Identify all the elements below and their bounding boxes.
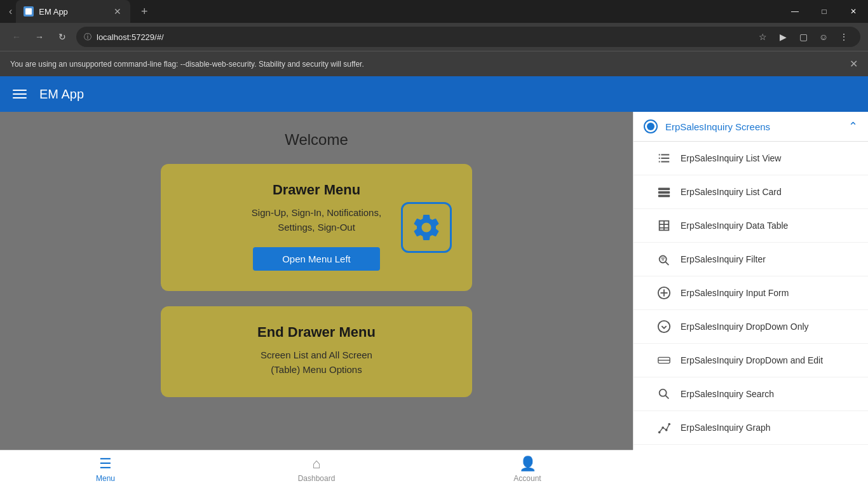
card1-title: Drawer Menu: [181, 182, 452, 198]
search-icon: [656, 386, 672, 402]
panel-radio: [644, 119, 658, 133]
svg-line-21: [663, 428, 667, 430]
graph-icon: [656, 420, 672, 435]
address-actions: ☆ ▶ ▢ ☺ ⋮: [754, 28, 853, 46]
reload-button[interactable]: ↻: [53, 28, 71, 46]
panel-item-dropdown-edit-label: ErpSalesInquiry DropDown and Edit: [681, 355, 823, 365]
tab-favicon: [24, 6, 34, 17]
panel-title: ErpSalesInquiry Screens: [665, 121, 848, 132]
url-text: localhost:57229/#/: [97, 32, 743, 42]
card2-subtitle: Screen List and All Screen(Table) Menu O…: [181, 348, 452, 377]
active-tab[interactable]: EM App ✕: [16, 0, 130, 23]
browser-chrome: ‹ EM App ✕ + — □ ✕ ← → ↻ ⓘ localhost:572…: [0, 0, 868, 51]
tab-prev-btn[interactable]: ‹: [5, 3, 16, 20]
svg-line-20: [660, 428, 663, 432]
svg-point-14: [660, 390, 667, 396]
back-button[interactable]: ←: [8, 28, 25, 46]
window-controls: — □ ✕: [780, 0, 868, 23]
panel-item-data-table-label: ErpSalesInquiry Data Table: [681, 220, 788, 231]
warning-bar: You are using an unsupported command-lin…: [0, 51, 868, 76]
panel-item-list-card-label: ErpSalesInquiry List Card: [681, 187, 782, 197]
address-bar-row: ← → ↻ ⓘ localhost:57229/#/ ☆ ▶ ▢ ☺ ⋮: [0, 23, 868, 51]
svg-line-15: [665, 395, 668, 398]
media-button[interactable]: ▶: [774, 28, 792, 46]
svg-line-5: [665, 262, 668, 265]
end-drawer-menu-card: End Drawer Menu Screen List and All Scre…: [161, 306, 472, 397]
drawer-menu-card: Drawer Menu Sign-Up, Sign-In, Notificati…: [161, 164, 472, 291]
panel-item-graph-label: ErpSalesInquiry Graph: [681, 423, 771, 433]
bottom-nav-account[interactable]: 👤 Account: [422, 451, 633, 488]
sidebar-toggle[interactable]: ▢: [794, 28, 812, 46]
input-form-icon: [656, 285, 672, 301]
app-title: EM App: [39, 87, 84, 102]
card2-title: End Drawer Menu: [181, 324, 452, 341]
tab-title-text: EM App: [39, 7, 107, 17]
dashboard-label: Dashboard: [298, 474, 336, 483]
maximize-button[interactable]: □: [810, 0, 839, 23]
svg-line-22: [667, 424, 670, 430]
new-tab-button[interactable]: +: [133, 0, 156, 23]
right-panel: ErpSalesInquiry Screens ⌃ ErpSalesInquir…: [633, 112, 868, 450]
panel-item-dropdown-only-label: ErpSalesInquiry DropDown Only: [681, 322, 809, 332]
open-menu-left-button[interactable]: Open Menu Left: [253, 247, 380, 271]
data-table-icon: [656, 218, 672, 233]
main-content: Welcome Drawer Menu Sign-Up, Sign-In, No…: [0, 112, 633, 450]
hamburger-menu-button[interactable]: [10, 87, 29, 101]
list-view-icon: [656, 151, 672, 166]
content-inner: Welcome Drawer Menu Sign-Up, Sign-In, No…: [0, 112, 633, 407]
menu-button[interactable]: ⋮: [835, 28, 853, 46]
tab-close-btn[interactable]: ✕: [112, 5, 123, 18]
panel-item-dropdown-edit[interactable]: ErpSalesInquiry DropDown and Edit: [634, 344, 868, 377]
dropdown-edit-icon: [656, 353, 672, 368]
warning-close-btn[interactable]: ✕: [850, 58, 858, 70]
bottom-nav-menu[interactable]: ☰ Menu: [0, 451, 211, 488]
panel-item-list-card[interactable]: ErpSalesInquiry List Card: [634, 175, 868, 209]
dashboard-icon: ⌂: [312, 456, 320, 472]
svg-point-4: [660, 256, 667, 263]
profile-button[interactable]: ☺: [815, 28, 832, 46]
panel-item-data-table[interactable]: ErpSalesInquiry Data Table: [634, 209, 868, 243]
welcome-text: Welcome: [285, 131, 348, 149]
gear-icon: [410, 212, 442, 243]
bottom-nav: ☰ Menu ⌂ Dashboard 👤 Account: [0, 450, 633, 488]
address-bar[interactable]: ⓘ localhost:57229/#/ ☆ ▶ ▢ ☺ ⋮: [76, 27, 860, 47]
panel-item-search-label: ErpSalesInquiry Search: [681, 389, 774, 399]
list-card-icon: [656, 184, 672, 200]
panel-item-input-form[interactable]: ErpSalesInquiry Input Form: [634, 276, 868, 310]
svg-rect-3: [658, 195, 670, 198]
panel-item-graph[interactable]: ErpSalesInquiry Graph: [634, 411, 868, 445]
panel-item-input-form-label: ErpSalesInquiry Input Form: [681, 288, 789, 298]
svg-rect-2: [658, 191, 670, 194]
panel-item-search[interactable]: ErpSalesInquiry Search: [634, 377, 868, 411]
panel-collapse-btn[interactable]: ⌃: [848, 119, 858, 133]
address-info-icon: ⓘ: [84, 32, 92, 43]
forward-button[interactable]: →: [31, 28, 48, 46]
app-body: Welcome Drawer Menu Sign-Up, Sign-In, No…: [0, 112, 868, 450]
panel-item-list-view-label: ErpSalesInquiry List View: [681, 153, 781, 163]
close-button[interactable]: ✕: [839, 0, 868, 23]
panel-item-filter-label: ErpSalesInquiry Filter: [681, 254, 766, 264]
minimize-button[interactable]: —: [780, 0, 810, 23]
warning-text: You are using an unsupported command-lin…: [10, 60, 364, 69]
svg-point-11: [658, 321, 670, 332]
menu-label: Menu: [96, 474, 115, 483]
dropdown-only-icon: [656, 319, 672, 334]
filter-icon: [656, 252, 672, 267]
svg-rect-1: [658, 188, 670, 191]
account-label: Account: [513, 474, 541, 483]
bookmark-button[interactable]: ☆: [754, 28, 771, 46]
app-container: EM App Welcome Drawer Menu Sign-Up, Sign…: [0, 76, 868, 488]
account-icon: 👤: [519, 456, 536, 472]
panel-item-dropdown-only[interactable]: ErpSalesInquiry DropDown Only: [634, 310, 868, 344]
svg-rect-0: [25, 8, 32, 15]
tab-bar: ‹ EM App ✕ + — □ ✕: [0, 0, 868, 23]
panel-header: ErpSalesInquiry Screens ⌃: [634, 112, 868, 142]
gear-icon-box: [401, 202, 452, 253]
panel-item-list-view[interactable]: ErpSalesInquiry List View: [634, 142, 868, 175]
app-header: EM App: [0, 76, 868, 112]
bottom-nav-dashboard[interactable]: ⌂ Dashboard: [211, 451, 422, 488]
panel-item-filter[interactable]: ErpSalesInquiry Filter: [634, 243, 868, 276]
menu-icon: ☰: [99, 456, 112, 472]
